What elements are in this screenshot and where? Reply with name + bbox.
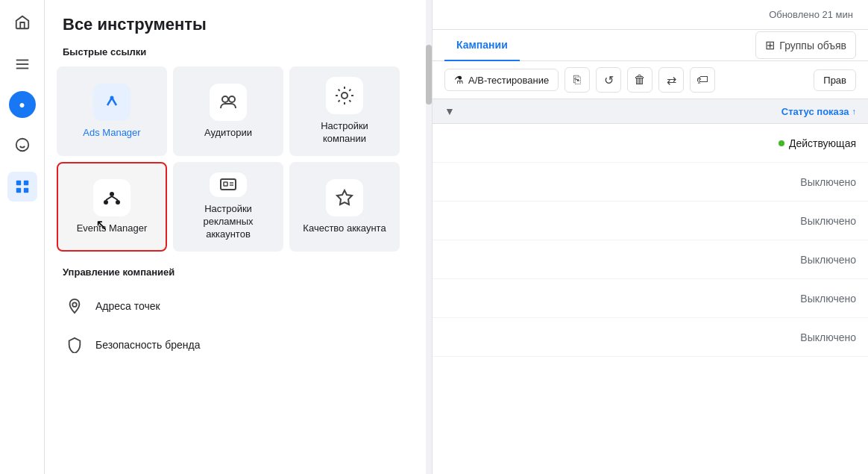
delete-button[interactable]: 🗑 — [627, 67, 652, 93]
filter-icon[interactable]: ▼ — [444, 105, 455, 117]
content-area: Обновлено 21 мин Кампании ⊞ Группы объяв… — [433, 0, 868, 474]
avatar-icon: ● — [19, 99, 25, 110]
svg-rect-6 — [16, 181, 20, 185]
locations-label: Адреса точек — [95, 300, 160, 312]
updated-text: Обновлено 21 мин — [769, 9, 853, 20]
status-label: Выключено — [800, 215, 856, 227]
brand-safety-label: Безопасность бренда — [95, 339, 200, 351]
svg-rect-20 — [221, 179, 236, 190]
events-manager-label: Events Manager — [77, 222, 148, 235]
undo-button[interactable]: ↺ — [596, 67, 621, 93]
ad-groups-label: Группы объяв — [779, 40, 846, 52]
status-badge: Выключено — [800, 331, 856, 343]
svg-point-11 — [110, 96, 114, 99]
tab-ad-groups[interactable]: ⊞ Группы объяв — [755, 31, 856, 59]
svg-rect-9 — [23, 188, 28, 193]
ads-manager-icon — [93, 84, 130, 121]
share-button[interactable]: ⇄ — [658, 67, 684, 93]
status-badge: Выключено — [800, 215, 856, 227]
table-row[interactable]: Действующая — [433, 124, 868, 163]
quick-link-quality[interactable]: Качество аккаунта — [289, 162, 400, 252]
pravila-button[interactable]: Прав — [814, 69, 856, 91]
table-row[interactable]: Выключено — [433, 202, 868, 240]
ab-test-button[interactable]: ⚗ А/В-тестирование — [444, 69, 559, 91]
quality-label: Качество аккаунта — [303, 222, 386, 235]
svg-point-17 — [116, 200, 120, 205]
scroll-thumb[interactable] — [426, 45, 432, 105]
status-column-header[interactable]: Статус показа ↑ — [781, 106, 856, 117]
avatar[interactable]: ● — [9, 91, 36, 118]
audiences-label: Аудитории — [204, 127, 252, 140]
svg-point-24 — [72, 302, 77, 307]
svg-point-16 — [104, 200, 108, 205]
svg-line-18 — [106, 196, 112, 200]
svg-point-15 — [110, 192, 114, 196]
status-label: Выключено — [800, 293, 856, 305]
shield-icon — [63, 333, 87, 357]
scroll-track[interactable] — [426, 0, 432, 474]
quality-icon — [326, 179, 363, 216]
status-badge: Выключено — [800, 176, 856, 188]
table-row[interactable]: Выключено — [433, 163, 868, 202]
svg-point-3 — [16, 139, 28, 152]
events-manager-icon — [93, 179, 130, 216]
share-icon: ⇄ — [667, 73, 676, 87]
copy-icon: ⎘ — [573, 73, 581, 87]
table-body: Действующая Выключено Выключено Выключен… — [433, 124, 868, 474]
copy-button[interactable]: ⎘ — [564, 67, 590, 93]
quick-links-section-title: Быстрые ссылки — [45, 43, 432, 66]
svg-rect-21 — [224, 182, 227, 186]
ads-manager-label: Ads Manager — [83, 127, 140, 140]
status-label: Действующая — [789, 137, 856, 149]
top-bar: Обновлено 21 мин — [433, 0, 868, 30]
undo-icon: ↺ — [604, 73, 614, 87]
company-settings-icon — [326, 77, 363, 114]
svg-point-10 — [101, 92, 122, 113]
status-dot-active — [779, 140, 784, 146]
status-label: Выключено — [800, 331, 856, 343]
sidebar-item-home[interactable] — [7, 7, 37, 37]
quick-link-ad-account-settings[interactable]: Настройки рекламных аккаунтов — [173, 162, 283, 252]
company-settings-label: Настройки компании — [300, 120, 389, 146]
table-row[interactable]: Выключено — [433, 318, 868, 357]
sidebar-item-emoji[interactable] — [7, 130, 37, 160]
status-label: Выключено — [800, 254, 856, 266]
quick-link-ads-manager[interactable]: Ads Manager — [57, 66, 167, 156]
status-badge: Выключено — [800, 254, 856, 266]
tools-title: Все инструменты — [45, 0, 432, 43]
manage-section-title: Управление компанией — [63, 266, 414, 278]
svg-rect-7 — [23, 181, 28, 185]
svg-rect-8 — [16, 188, 20, 193]
tag-icon: 🏷 — [696, 73, 708, 87]
quick-link-events-manager[interactable]: Events Manager ↖ — [57, 162, 167, 252]
sidebar-item-grid[interactable] — [7, 172, 37, 202]
quick-link-company-settings[interactable]: Настройки компании — [289, 66, 400, 156]
sort-icon: ↑ — [852, 107, 857, 116]
table-header: ▼ Статус показа ↑ — [433, 99, 868, 124]
svg-point-12 — [222, 96, 228, 102]
table-row[interactable]: Выключено — [433, 279, 868, 318]
sidebar-item-menu[interactable] — [7, 49, 37, 79]
table-row[interactable]: Выключено — [433, 240, 868, 279]
status-badge: Выключено — [800, 293, 856, 305]
manage-item-brand-safety[interactable]: Безопасность бренда — [63, 325, 414, 364]
quick-link-audiences[interactable]: Аудитории — [173, 66, 283, 156]
trash-icon: 🗑 — [634, 73, 646, 87]
ad-account-settings-label: Настройки рекламных аккаунтов — [183, 203, 273, 241]
tools-panel: Все инструменты Быстрые ссылки Ads Manag… — [45, 0, 433, 474]
sidebar-nav: ● — [0, 0, 45, 474]
status-badge: Действующая — [779, 137, 856, 149]
flask-icon: ⚗ — [454, 74, 464, 86]
ad-account-settings-icon — [210, 172, 247, 197]
grid-icon: ⊞ — [765, 38, 775, 52]
toolbar: ⚗ А/В-тестирование ⎘ ↺ 🗑 ⇄ 🏷 Прав — [433, 61, 868, 99]
svg-point-14 — [342, 93, 347, 99]
campaign-tabs: Кампании ⊞ Группы объяв — [433, 30, 868, 61]
ab-test-label: А/В-тестирование — [468, 75, 549, 86]
quick-links-grid: Ads Manager Аудитории Настройки компа — [45, 66, 432, 266]
tag-button[interactable]: 🏷 — [690, 67, 715, 93]
status-label: Выключено — [800, 176, 856, 188]
manage-item-locations[interactable]: Адреса точек — [63, 287, 414, 325]
status-header-label: Статус показа — [781, 106, 849, 117]
tab-campaigns[interactable]: Кампании — [444, 30, 520, 61]
